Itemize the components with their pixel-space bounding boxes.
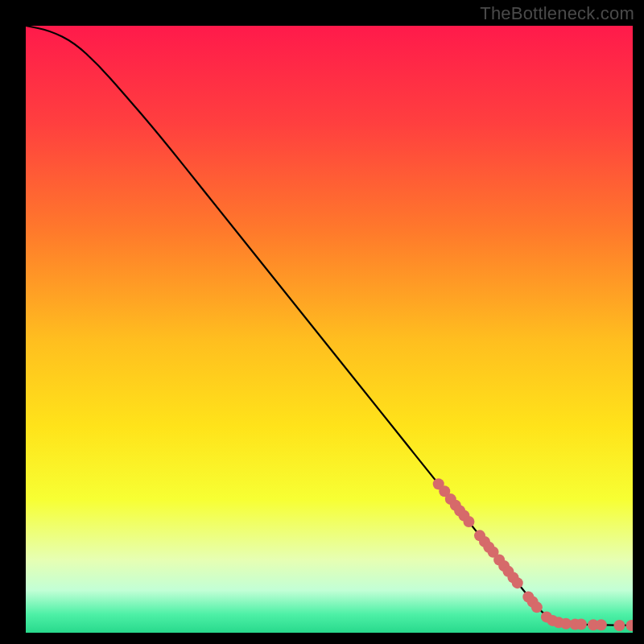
chart-svg <box>26 26 633 633</box>
highlight-point <box>596 619 607 630</box>
highlight-point <box>531 601 543 613</box>
highlight-point <box>613 620 625 631</box>
plot-area <box>26 26 633 633</box>
highlight-point <box>463 516 474 527</box>
chart-frame: TheBottleneck.com <box>0 0 644 644</box>
gradient-background <box>26 26 633 633</box>
highlight-point <box>512 577 523 588</box>
watermark-text: TheBottleneck.com <box>480 3 634 24</box>
highlight-point <box>576 618 587 630</box>
